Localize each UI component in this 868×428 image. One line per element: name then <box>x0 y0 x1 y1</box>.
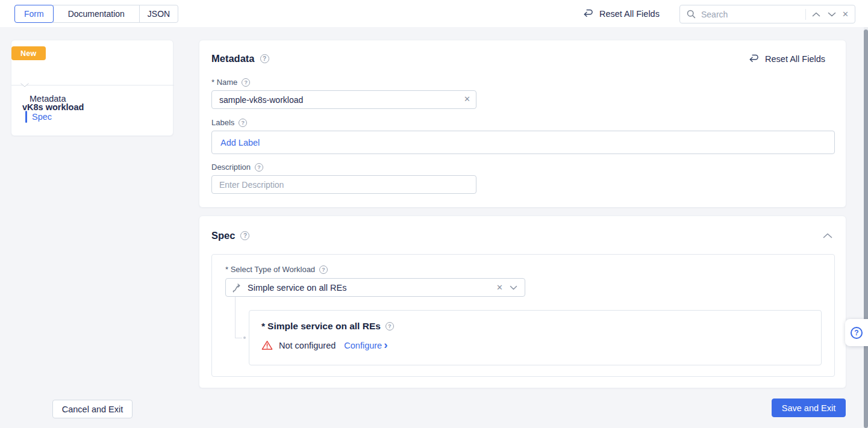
search-next-button[interactable] <box>826 11 837 18</box>
description-label-text: Description <box>211 163 251 172</box>
nested-title-text: Simple service on all REs <box>267 321 381 332</box>
sidebar-divider <box>11 85 174 85</box>
name-label-text: * Name <box>211 78 237 87</box>
object-title: vK8s workload <box>22 102 84 112</box>
name-help-icon[interactable]: ? <box>242 78 250 87</box>
search-input[interactable] <box>701 10 801 19</box>
section-reset-all-fields-button[interactable]: Reset All Fields <box>748 54 825 64</box>
workload-type-select[interactable]: Simple service on all REs ✕ <box>225 278 525 297</box>
simple-service-config-card: * Simple service on all REs ? Not config… <box>249 310 822 365</box>
tree-connector-dot <box>243 337 246 339</box>
workload-type-label-text: * Select Type of Workload <box>225 265 315 274</box>
tab-json[interactable]: JSON <box>139 5 178 23</box>
name-input[interactable] <box>211 90 476 109</box>
metadata-section: Metadata ? Reset All Fields * Name ? ✕ L… <box>199 40 846 208</box>
workload-type-help-icon[interactable]: ? <box>319 265 328 274</box>
configure-link[interactable]: Configure › <box>344 340 387 350</box>
not-configured-status: Not configured <box>279 341 336 350</box>
form-nav-sidebar: New vK8s workload Metadata Spec <box>11 40 173 136</box>
cancel-and-exit-button[interactable]: Cancel and Exit <box>52 400 133 418</box>
reset-icon <box>748 54 760 63</box>
nested-card-title: * Simple service on all REs ? <box>261 321 394 332</box>
metadata-title-text: Metadata <box>211 53 255 64</box>
metadata-section-title: Metadata ? <box>211 53 269 64</box>
labels-field-label: Labels ? <box>211 118 247 127</box>
name-clear-icon[interactable]: ✕ <box>464 95 470 103</box>
workload-type-field-label: * Select Type of Workload ? <box>225 265 328 274</box>
one-of-branch-icon <box>232 283 242 293</box>
view-tab-group: Form Documentation JSON <box>14 5 178 23</box>
tab-form[interactable]: Form <box>14 5 54 23</box>
search-prev-button[interactable] <box>811 11 822 18</box>
new-status-badge: New <box>11 46 46 60</box>
workload-type-value: Simple service on all REs <box>248 283 491 293</box>
labels-help-icon[interactable]: ? <box>239 119 247 127</box>
page-scrollbar-thumb[interactable] <box>864 29 868 428</box>
tab-documentation[interactable]: Documentation <box>53 5 140 23</box>
description-field-label: Description ? <box>211 163 263 172</box>
help-question-icon: ? <box>851 327 863 339</box>
labels-container: Add Label <box>211 131 835 154</box>
section-reset-label: Reset All Fields <box>765 54 825 64</box>
spec-section: Spec ? * Select Type of Workload ? Simpl… <box>199 216 846 388</box>
page-scrollbar-track[interactable] <box>864 27 868 428</box>
workload-type-dropdown-icon[interactable] <box>508 284 519 291</box>
add-label-button[interactable]: Add Label <box>220 138 260 147</box>
description-help-icon[interactable]: ? <box>255 163 263 172</box>
tree-connector-vertical <box>235 297 236 338</box>
search-icon <box>686 9 696 19</box>
required-marker: * <box>261 321 265 332</box>
name-field-label: * Name ? <box>211 78 250 87</box>
chevron-right-icon: › <box>384 339 387 350</box>
spec-collapse-icon[interactable] <box>823 233 832 238</box>
spec-title-text: Spec <box>211 230 235 241</box>
search-divider <box>805 9 806 20</box>
tree-connector-horizontal <box>235 338 242 338</box>
spec-section-title: Spec ? <box>211 230 249 241</box>
workload-type-clear-icon[interactable]: ✕ <box>496 284 503 291</box>
active-item-indicator <box>25 111 27 123</box>
sidebar-item-metadata[interactable]: Metadata <box>30 94 66 104</box>
metadata-help-icon[interactable]: ? <box>260 54 269 63</box>
spec-help-icon[interactable]: ? <box>240 231 249 240</box>
warning-triangle-icon <box>261 340 273 350</box>
top-bar: Form Documentation JSON Reset All Fields <box>0 0 868 27</box>
collapse-notch-icon[interactable] <box>20 83 29 87</box>
save-and-exit-button[interactable]: Save and Exit <box>772 399 846 417</box>
reset-icon <box>582 9 594 18</box>
search-box: ✕ <box>679 5 855 23</box>
sidebar-item-spec[interactable]: Spec <box>32 112 52 122</box>
spec-inner-container: * Select Type of Workload ? Simple servi… <box>211 254 835 377</box>
reset-all-fields-button[interactable]: Reset All Fields <box>582 0 660 27</box>
nested-card-help-icon[interactable]: ? <box>386 322 394 330</box>
configure-label: Configure <box>344 341 382 350</box>
labels-label-text: Labels <box>211 118 234 127</box>
search-close-icon[interactable]: ✕ <box>842 10 849 18</box>
description-input[interactable] <box>211 175 476 194</box>
reset-all-fields-label: Reset All Fields <box>599 9 660 19</box>
help-floating-button[interactable]: ? <box>845 319 868 346</box>
